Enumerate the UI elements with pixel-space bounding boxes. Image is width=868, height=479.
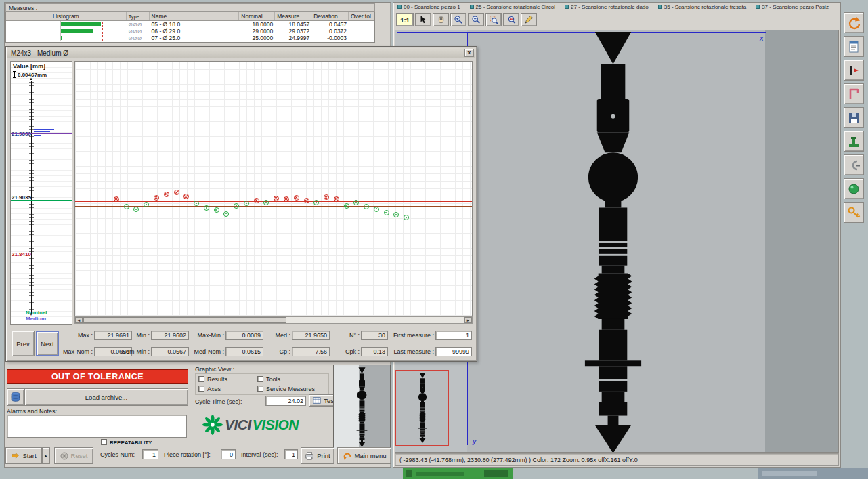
scale-1-1-button[interactable]: 1:1 bbox=[396, 13, 414, 26]
col-over-tolerance[interactable]: Over tol. bbox=[349, 12, 374, 20]
machine-button[interactable] bbox=[844, 131, 864, 152]
tools-checkbox[interactable] bbox=[257, 376, 263, 382]
value-axis-panel: Value [mm] 0.00467mm ▲ ▼ 21.9660 21.9035… bbox=[10, 61, 72, 325]
zoom-out-button[interactable] bbox=[468, 13, 484, 26]
cycle-time-label: Cycle Time (sec): bbox=[195, 398, 242, 405]
axes-checkbox[interactable] bbox=[198, 386, 204, 392]
part-thumbnail[interactable] bbox=[333, 365, 391, 449]
piece-rotation-field[interactable]: 0 bbox=[221, 449, 236, 459]
trend-point bbox=[384, 210, 389, 215]
trend-point bbox=[244, 201, 249, 206]
col-type[interactable]: Type bbox=[127, 12, 150, 20]
trend-point bbox=[344, 203, 349, 209]
legend-medium: Medium bbox=[26, 316, 46, 322]
caliper-icon bbox=[847, 87, 861, 101]
col-name[interactable]: Name bbox=[150, 12, 240, 20]
dialog-close-button[interactable]: × bbox=[464, 49, 474, 57]
table-row[interactable]: ØØØ 05 - Ø 18.0 18.0000 18.0457 0.0457 bbox=[6, 21, 374, 28]
scan-icon bbox=[397, 5, 402, 9]
scroll-left-arrow[interactable]: ◄ bbox=[75, 317, 83, 323]
scan-tab[interactable]: 25 - Scansione rotazionale Circol bbox=[470, 4, 555, 10]
tolerance-marker-line bbox=[11, 257, 72, 257]
start-button[interactable]: Start bbox=[5, 447, 42, 464]
pan-hand-button[interactable] bbox=[433, 13, 449, 26]
clamp-tool-button[interactable] bbox=[844, 154, 864, 175]
status-banner: OUT OF TOLERANCE bbox=[7, 369, 188, 384]
key-tool-button[interactable] bbox=[844, 202, 864, 223]
save-button[interactable] bbox=[844, 107, 864, 128]
scan-tab[interactable]: 35 - Scansione rotazionale fresata bbox=[658, 4, 746, 10]
trend-hscrollbar[interactable]: ◄ ► bbox=[74, 316, 473, 324]
interval-field[interactable]: 1 bbox=[284, 449, 298, 459]
zoom-previous-button[interactable] bbox=[503, 13, 519, 26]
edit-pencil-button[interactable] bbox=[521, 13, 537, 26]
col-deviation[interactable]: Deviation bbox=[311, 12, 349, 20]
checkbox-service-measures[interactable]: Service Measures bbox=[257, 386, 315, 392]
select-cursor-button[interactable] bbox=[415, 13, 431, 26]
caliper-tool-button[interactable] bbox=[844, 83, 864, 104]
measure-value: 18.0457 bbox=[275, 21, 311, 28]
scan-tab[interactable]: 00 - Scansione pezzo 1 bbox=[397, 4, 460, 10]
dialog-title-bar[interactable]: M24x3 - Medium Ø bbox=[7, 48, 475, 58]
last-measure-field[interactable]: 99999 bbox=[435, 347, 472, 356]
part-thumbnail-selected[interactable] bbox=[395, 370, 449, 446]
measure-nominal: 29.0000 bbox=[239, 28, 275, 35]
alarms-textarea[interactable] bbox=[7, 415, 187, 438]
results-checkbox[interactable] bbox=[198, 376, 204, 382]
scan-tab[interactable]: 37 - Scansione pezzo Posiz bbox=[756, 4, 829, 10]
cycles-num-field[interactable]: 1 bbox=[142, 449, 158, 459]
col-histogram[interactable]: Histogram bbox=[6, 12, 127, 20]
stat-last-measure: Last measure :99999 bbox=[392, 347, 472, 356]
prev-button[interactable]: Prev bbox=[12, 331, 35, 356]
report-button[interactable] bbox=[844, 36, 864, 57]
trend-point bbox=[284, 196, 289, 202]
service-measures-checkbox[interactable] bbox=[257, 386, 263, 392]
fragment-block bbox=[406, 470, 412, 477]
zoom-window-button[interactable] bbox=[485, 13, 502, 26]
part-silhouette bbox=[573, 30, 653, 453]
measure-nominal: 25.0000 bbox=[239, 35, 275, 41]
main-menu-button[interactable]: Main menu bbox=[337, 447, 391, 464]
checkbox-results[interactable]: Results bbox=[198, 376, 227, 383]
checkbox-tools[interactable]: Tools bbox=[257, 376, 280, 383]
table-row[interactable]: ØØØ 07 - Ø 25.0 25.0000 24.9997 -0.0003 bbox=[6, 35, 374, 41]
first-measure-field[interactable]: 1 bbox=[435, 331, 472, 340]
trend-point bbox=[304, 198, 309, 203]
database-icon bbox=[10, 392, 21, 402]
col-nominal[interactable]: Nominal bbox=[239, 12, 275, 20]
key-icon bbox=[847, 206, 861, 220]
scroll-right-arrow[interactable]: ► bbox=[464, 317, 472, 323]
fragment-block bbox=[416, 472, 464, 476]
repeatability-option[interactable]: REPEATABILITY bbox=[101, 439, 152, 446]
table-row[interactable]: ØØØ 06 - Ø 29.0 29.0000 29.0372 0.0372 bbox=[6, 28, 374, 35]
tolerance-mark bbox=[12, 28, 12, 34]
fragment-block bbox=[484, 470, 508, 477]
viewer-shade-right bbox=[765, 30, 839, 452]
sphere-tool-button[interactable] bbox=[844, 178, 864, 199]
graphic-view-title: Graphic View : bbox=[195, 366, 234, 373]
scan-tab[interactable]: 27 - Scansione rotazionale dado bbox=[565, 4, 649, 10]
checkbox-axes[interactable]: Axes bbox=[198, 386, 221, 392]
trend-point bbox=[254, 198, 259, 203]
repeatability-checkbox[interactable] bbox=[101, 439, 107, 445]
trend-point bbox=[274, 196, 279, 201]
start-options-button[interactable]: ▸ bbox=[42, 447, 50, 464]
print-button[interactable]: Print bbox=[301, 447, 334, 464]
scan-icon bbox=[470, 5, 474, 9]
trend-chart[interactable] bbox=[74, 61, 473, 316]
archive-icon-button[interactable] bbox=[7, 388, 24, 406]
trend-point bbox=[313, 200, 319, 205]
zoom-in-button[interactable] bbox=[450, 13, 466, 26]
archive-row: Load archive... bbox=[7, 388, 188, 406]
zoom-window-icon bbox=[489, 15, 498, 24]
export-part-button[interactable] bbox=[844, 60, 864, 81]
col-measure[interactable]: Measure bbox=[275, 12, 311, 20]
load-archive-button[interactable]: Load archive... bbox=[24, 388, 188, 406]
trend-point bbox=[164, 192, 169, 197]
tolerance-mark bbox=[102, 22, 103, 27]
scroll-thumb[interactable] bbox=[83, 317, 286, 323]
stat-max-min: Max-Min :0.0089 bbox=[185, 331, 263, 340]
refresh-button[interactable] bbox=[844, 12, 864, 33]
measure-type-icons: ØØØ bbox=[127, 35, 150, 41]
reset-button[interactable]: Reset bbox=[54, 447, 93, 464]
